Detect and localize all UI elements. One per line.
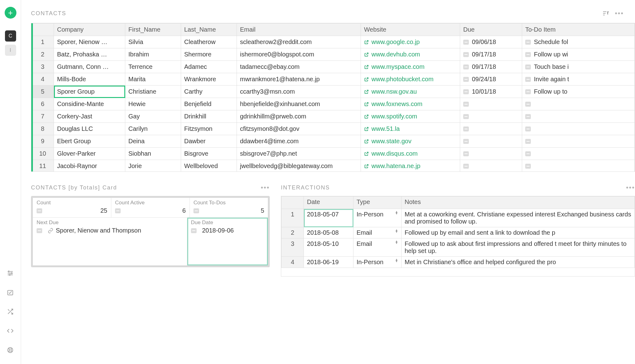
cell-email[interactable]: ddawber4@time.com <box>237 135 361 148</box>
cell-lastname[interactable]: Wrankmore <box>181 73 237 86</box>
table-row[interactable]: 22018-05-08Email▲▼Followed up by email a… <box>282 227 635 238</box>
cell-todo[interactable]: Touch base i <box>522 61 635 73</box>
row-number[interactable]: 2 <box>32 48 54 61</box>
cell-website[interactable]: www.nsw.gov.au <box>361 86 460 98</box>
table-row[interactable]: 10Glover-ParkerSiobhanBisgrovesbisgrove7… <box>32 148 635 160</box>
cell-lastname[interactable]: Adamec <box>181 61 237 73</box>
cell-company[interactable]: Sporer Group <box>54 86 125 98</box>
cell-company[interactable]: Batz, Prohaska … <box>54 48 125 61</box>
cell-todo[interactable] <box>522 123 635 135</box>
cell-website[interactable]: www.51.la <box>361 123 460 135</box>
sort-caret-icon[interactable]: ▲▼ <box>395 229 398 233</box>
cell-notes[interactable]: Met in Christiane's office and helped co… <box>402 257 635 268</box>
col-firstname[interactable]: First_Name <box>125 24 181 36</box>
sort-caret-icon[interactable]: ▲▼ <box>395 211 398 215</box>
cell-type[interactable]: In-Person▲▼ <box>353 257 402 268</box>
row-number[interactable]: 7 <box>32 110 54 123</box>
cell-due[interactable] <box>460 110 522 123</box>
cell-firstname[interactable]: Christiane <box>125 86 181 98</box>
cell-company[interactable]: Douglas LLC <box>54 123 125 135</box>
cell-due[interactable] <box>460 160 522 172</box>
cell-lastname[interactable]: Benjefield <box>181 98 237 110</box>
sort-caret-icon[interactable]: ▲▼ <box>395 240 398 244</box>
cell-website[interactable]: www.disqus.com <box>361 148 460 160</box>
cell-due[interactable]: 09/17/18 <box>460 61 522 73</box>
interactions-grid[interactable]: Date Type Notes 12018-05-07In-Person▲▼Me… <box>281 196 635 277</box>
row-number[interactable]: 8 <box>32 123 54 135</box>
table-row[interactable]: 4Mills-BodeMaritaWrankmoremwrankmore1@ha… <box>32 73 635 86</box>
cell-notes[interactable]: Met at a coworking event. Christiane exp… <box>402 209 635 227</box>
row-number[interactable]: 10 <box>32 148 54 160</box>
cell-todo[interactable]: Follow up wi <box>522 48 635 61</box>
nav-tile-contacts[interactable]: C <box>5 30 16 42</box>
col-todo[interactable]: To-Do Item <box>522 24 635 36</box>
cell-website[interactable]: www.photobucket.com <box>361 73 460 86</box>
table-row[interactable]: 42018-06-19In-Person▲▼Met in Christiane'… <box>282 257 635 268</box>
table-row[interactable]: 1Sporer, Nienow …SilviaCleatherowscleath… <box>32 36 635 48</box>
table-row[interactable]: 6Considine-ManteHewieBenjefieldhbenjefie… <box>32 98 635 110</box>
cell-date[interactable]: 2018-05-08 <box>304 227 353 238</box>
cell-lastname[interactable]: Wellbeloved <box>181 160 237 172</box>
cell-lastname[interactable]: Cleatherow <box>181 36 237 48</box>
cell-email[interactable]: ishermore0@blogspot.com <box>237 48 361 61</box>
cell-company[interactable]: Sporer, Nienow … <box>54 36 125 48</box>
row-number[interactable]: 9 <box>32 135 54 148</box>
table-row[interactable]: 9Ebert GroupDeinaDawberddawber4@time.com… <box>32 135 635 148</box>
cell-todo[interactable] <box>522 160 635 172</box>
cell-todo[interactable]: Schedule fol <box>522 36 635 48</box>
table-row[interactable]: 5Sporer GroupChristianeCarthyccarthy3@ms… <box>32 86 635 98</box>
cell-firstname[interactable]: Marita <box>125 73 181 86</box>
row-number[interactable]: 1 <box>282 209 304 227</box>
cell-notes[interactable]: Followed up to ask about first impressio… <box>402 238 635 257</box>
cell-firstname[interactable]: Siobhan <box>125 148 181 160</box>
table-row[interactable]: 8Douglas LLCCarilynFitzsymoncfitzsymon8@… <box>32 123 635 135</box>
cell-email[interactable]: hbenjefielde@xinhuanet.com <box>237 98 361 110</box>
cell-lastname[interactable]: Fitzsymon <box>181 123 237 135</box>
cell-due[interactable] <box>460 148 522 160</box>
cell-lastname[interactable]: Carthy <box>181 86 237 98</box>
cell-todo[interactable] <box>522 135 635 148</box>
cell-website[interactable]: www.devhub.com <box>361 48 460 61</box>
cell-email[interactable]: sbisgrove7@php.net <box>237 148 361 160</box>
cell-date[interactable]: 2018-05-07 <box>304 209 353 227</box>
cell-firstname[interactable]: Hewie <box>125 98 181 110</box>
card-more-icon[interactable]: ••• <box>261 184 270 192</box>
cell-email[interactable]: gdrinkhillm@prweb.com <box>237 110 361 123</box>
table-row[interactable]: 11Jacobi-RaynorJorieWellbelovedjwellbelo… <box>32 160 635 172</box>
cell-firstname[interactable]: Terrence <box>125 61 181 73</box>
table-row[interactable]: 2Batz, Prohaska …IbrahimShermoreishermor… <box>32 48 635 61</box>
cell-website[interactable]: www.hatena.ne.jp <box>361 160 460 172</box>
cell-email[interactable]: cfitzsymon8@dot.gov <box>237 123 361 135</box>
cell-company[interactable]: Considine-Mante <box>54 98 125 110</box>
shuffle-icon[interactable] <box>7 308 14 316</box>
cell-company[interactable]: Jacobi-Raynor <box>54 160 125 172</box>
cell-type[interactable]: Email▲▼ <box>353 238 402 257</box>
cell-website[interactable]: www.state.gov <box>361 135 460 148</box>
cell-website[interactable]: www.myspace.com <box>361 61 460 73</box>
row-number[interactable]: 3 <box>282 238 304 257</box>
row-number[interactable]: 5 <box>32 86 54 98</box>
cell-email[interactable]: scleatherow2@reddit.com <box>237 36 361 48</box>
cell-todo[interactable] <box>522 98 635 110</box>
cell-website[interactable]: www.google.co.jp <box>361 36 460 48</box>
cell-company[interactable]: Ebert Group <box>54 135 125 148</box>
sort-filter-icon[interactable] <box>602 11 609 16</box>
row-number[interactable]: 4 <box>32 73 54 86</box>
nav-tile-interactions[interactable]: I <box>5 45 16 56</box>
cell-type[interactable]: Email▲▼ <box>353 227 402 238</box>
cell-firstname[interactable]: Ibrahim <box>125 48 181 61</box>
contacts-grid[interactable]: Company First_Name Last_Name Email Websi… <box>31 23 635 172</box>
cell-date[interactable]: 2018-05-10 <box>304 238 353 257</box>
sort-caret-icon[interactable]: ▲▼ <box>395 259 398 262</box>
row-number[interactable]: 3 <box>32 61 54 73</box>
cell-website[interactable]: www.spotify.com <box>361 110 460 123</box>
row-number[interactable]: 1 <box>32 36 54 48</box>
table-row[interactable]: 12018-05-07In-Person▲▼Met at a coworking… <box>282 209 635 227</box>
help-icon[interactable] <box>7 347 14 354</box>
code-icon[interactable] <box>7 327 14 335</box>
cell-lastname[interactable]: Dawber <box>181 135 237 148</box>
cell-todo[interactable] <box>522 110 635 123</box>
cell-email[interactable]: mwrankmore1@hatena.ne.jp <box>237 73 361 86</box>
col-lastname[interactable]: Last_Name <box>181 24 237 36</box>
cell-firstname[interactable]: Silvia <box>125 36 181 48</box>
